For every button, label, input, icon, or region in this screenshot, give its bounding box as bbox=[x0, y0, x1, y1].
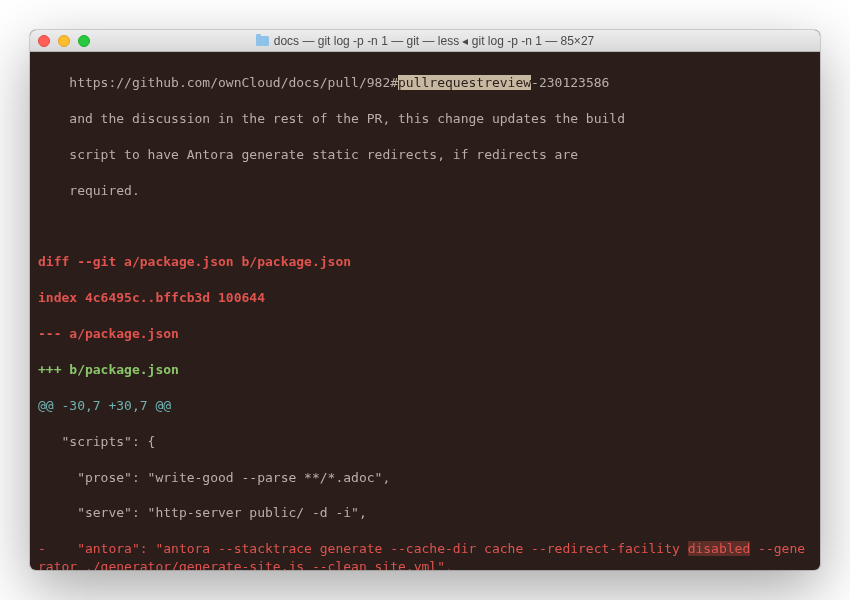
maximize-icon[interactable] bbox=[78, 35, 90, 47]
close-icon[interactable] bbox=[38, 35, 50, 47]
diff-context: "serve": "http-server public/ -d -i", bbox=[38, 504, 812, 522]
commit-msg-line: and the discussion in the rest of the PR… bbox=[38, 110, 812, 128]
traffic-lights bbox=[38, 35, 90, 47]
diff-context: "prose": "write-good --parse **/*.adoc", bbox=[38, 469, 812, 487]
diff-index: index 4c6495c..bffcb3d 100644 bbox=[38, 289, 812, 307]
minimize-icon[interactable] bbox=[58, 35, 70, 47]
blank-line bbox=[38, 217, 812, 235]
diff-new-file: +++ b/package.json bbox=[38, 361, 812, 379]
diff-old-file: --- a/package.json bbox=[38, 325, 812, 343]
commit-msg-line: script to have Antora generate static re… bbox=[38, 146, 812, 164]
titlebar[interactable]: docs — git log -p -n 1 — git — less ◂ gi… bbox=[30, 30, 820, 52]
commit-msg-url: https://github.com/ownCloud/docs/pull/98… bbox=[38, 74, 812, 92]
diff-context: "scripts": { bbox=[38, 433, 812, 451]
terminal-content[interactable]: https://github.com/ownCloud/docs/pull/98… bbox=[30, 52, 820, 570]
commit-msg-line: required. bbox=[38, 182, 812, 200]
diff-header: diff --git a/package.json b/package.json bbox=[38, 253, 812, 271]
terminal-window: docs — git log -p -n 1 — git — less ◂ gi… bbox=[30, 30, 820, 570]
diff-hunk: @@ -30,7 +30,7 @@ bbox=[38, 397, 812, 415]
diff-removed: - "antora": "antora --stacktrace generat… bbox=[38, 540, 812, 570]
highlighted-text: pullrequestreview bbox=[398, 75, 531, 90]
window-title-text: docs — git log -p -n 1 — git — less ◂ gi… bbox=[274, 34, 594, 48]
window-title: docs — git log -p -n 1 — git — less ◂ gi… bbox=[30, 34, 820, 48]
folder-icon bbox=[256, 36, 269, 46]
